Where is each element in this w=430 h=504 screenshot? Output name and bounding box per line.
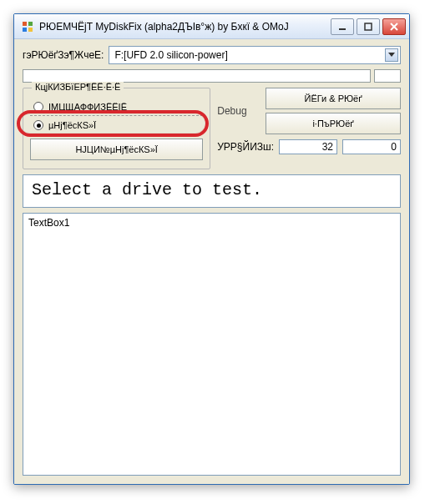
- close-button[interactable]: [382, 18, 406, 35]
- stat-box-2: 0: [342, 139, 401, 154]
- maximize-button[interactable]: [357, 18, 380, 35]
- radio-icon: [33, 102, 43, 112]
- divider: [30, 115, 203, 117]
- format-button[interactable]: НЈЦИ№µНј¶ёсКЅ»Ї: [30, 139, 203, 160]
- app-window: РЮЕМЧЁјТ MyDiskFix (alpha2ДЪІв°ж) by Бхк…: [13, 13, 410, 485]
- groupbox-legend: КцјКИЗБїЕР¶ЁЁ·Ё·Ё: [32, 82, 124, 92]
- radio-icon-selected: [33, 120, 43, 130]
- svg-rect-3: [28, 28, 33, 32]
- format-button-label: НЈЦИ№µНј¶ёсКЅ»Ї: [75, 144, 157, 154]
- scan-repair-button[interactable]: ЙЁГи & РЮёґ: [266, 88, 401, 109]
- chevron-down-icon[interactable]: [385, 48, 398, 62]
- svg-rect-2: [23, 28, 27, 32]
- progress-extra-box: [374, 69, 401, 83]
- minimize-button[interactable]: [331, 18, 354, 35]
- radio-row-1[interactable]: ІМЦЩАФФИЗЁЁІЁ: [30, 100, 203, 113]
- mid-panels: КцјКИЗБїЕР¶ЁЁ·Ё·Ё ІМЦЩАФФИЗЁЁІЁ µНј¶ёсКЅ…: [23, 88, 401, 169]
- right-panel: Debug ЙЁГи & РЮёґ і·ПъРЮёґ УРР§ЙИЗш:: [217, 88, 401, 169]
- drive-row: гэРЮёґЗэ¶ЖчеЕ: F:[UFD 2.0 silicon-power]: [23, 46, 401, 64]
- progress-row: [23, 69, 401, 83]
- svg-marker-8: [388, 53, 395, 57]
- svg-rect-5: [365, 23, 372, 30]
- radio-label-1: ІМЦЩАФФИЗЁЁІЁ: [48, 102, 127, 112]
- app-icon: [21, 20, 34, 33]
- scan-repair-label: ЙЁГи & РЮёґ: [304, 93, 362, 103]
- drive-selected: F:[UFD 2.0 silicon-power]: [114, 49, 227, 61]
- radio-row-2[interactable]: µНј¶ёсКЅ»Ї: [30, 118, 203, 132]
- titlebar[interactable]: РЮЕМЧЁјТ MyDiskFix (alpha2ДЪІв°ж) by Бхк…: [14, 14, 409, 39]
- stat-box-1: 32: [279, 139, 337, 154]
- radio-label-2: µНј¶ёсКЅ»Ї: [48, 120, 96, 130]
- svg-rect-0: [23, 22, 27, 26]
- drive-combobox[interactable]: F:[UFD 2.0 silicon-power]: [109, 46, 401, 64]
- status-text: Select a drive to test.: [23, 174, 401, 208]
- log-textbox[interactable]: TextBox1: [23, 213, 401, 476]
- left-panel: КцјКИЗБїЕР¶ЁЁ·Ё·Ё ІМЦЩАФФИЗЁЁІЁ µНј¶ёсКЅ…: [23, 88, 210, 169]
- drive-label: гэРЮёґЗэ¶ЖчеЕ:: [23, 49, 104, 61]
- progress-bar: [23, 69, 371, 83]
- window-title: РЮЕМЧЁјТ MyDiskFix (alpha2ДЪІв°ж) by Бхк…: [39, 21, 289, 33]
- debug-label: Debug: [217, 88, 261, 134]
- stats-row: УРР§ЙИЗш: 32 0: [217, 139, 401, 154]
- mode-groupbox: КцјКИЗБїЕР¶ЁЁ·Ё·Ё ІМЦЩАФФИЗЁЁІЁ µНј¶ёсКЅ…: [23, 88, 210, 169]
- svg-rect-1: [28, 22, 33, 26]
- stats-label: УРР§ЙИЗш:: [217, 141, 274, 153]
- client-area: гэРЮёґЗэ¶ЖчеЕ: F:[UFD 2.0 silicon-power]…: [14, 39, 409, 484]
- undo-repair-button[interactable]: і·ПъРЮёґ: [266, 113, 401, 134]
- undo-repair-label: і·ПъРЮёґ: [312, 118, 353, 129]
